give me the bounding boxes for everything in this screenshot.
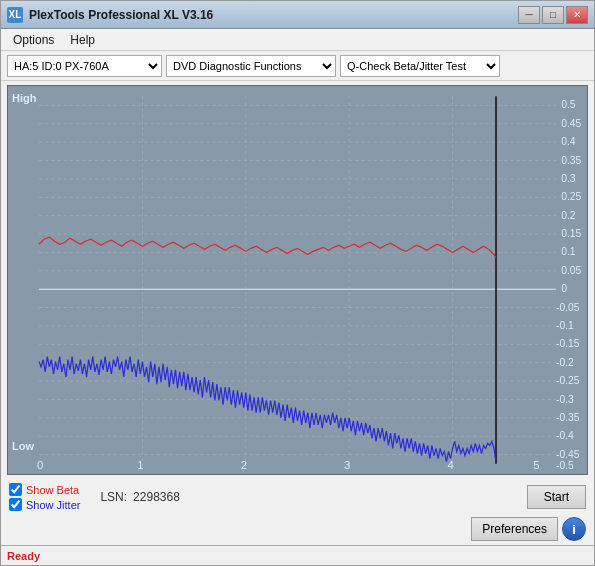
svg-text:0.3: 0.3 bbox=[561, 173, 576, 184]
svg-text:0.5: 0.5 bbox=[561, 100, 576, 111]
svg-text:-0.5: -0.5 bbox=[556, 460, 574, 471]
preferences-button[interactable]: Preferences bbox=[471, 517, 558, 541]
svg-text:-0.2: -0.2 bbox=[556, 357, 574, 368]
start-button[interactable]: Start bbox=[527, 485, 586, 509]
menu-options[interactable]: Options bbox=[5, 31, 62, 49]
svg-rect-0 bbox=[8, 86, 587, 474]
status-text: Ready bbox=[7, 550, 40, 562]
maximize-button[interactable]: □ bbox=[542, 6, 564, 24]
svg-text:1: 1 bbox=[137, 459, 143, 471]
svg-text:0: 0 bbox=[561, 283, 567, 294]
lsn-area: LSN: 2298368 bbox=[100, 490, 179, 504]
show-jitter-checkbox[interactable] bbox=[9, 498, 22, 511]
chart-area: High Low bbox=[7, 85, 588, 475]
svg-text:0.45: 0.45 bbox=[561, 118, 581, 129]
svg-text:-0.15: -0.15 bbox=[556, 338, 580, 349]
function-select[interactable]: DVD Diagnostic Functions bbox=[166, 55, 336, 77]
svg-text:0.15: 0.15 bbox=[561, 228, 581, 239]
svg-text:2: 2 bbox=[241, 459, 247, 471]
lsn-value: 2298368 bbox=[133, 490, 180, 504]
window-title: PlexTools Professional XL V3.16 bbox=[29, 8, 213, 22]
svg-text:-0.35: -0.35 bbox=[556, 412, 580, 423]
title-bar: XL PlexTools Professional XL V3.16 ─ □ ✕ bbox=[1, 1, 594, 29]
svg-text:-0.05: -0.05 bbox=[556, 302, 580, 313]
main-window: XL PlexTools Professional XL V3.16 ─ □ ✕… bbox=[0, 0, 595, 566]
toolbar: HA:5 ID:0 PX-760A DVD Diagnostic Functio… bbox=[1, 51, 594, 81]
lsn-label: LSN: bbox=[100, 490, 127, 504]
svg-text:0.35: 0.35 bbox=[561, 155, 581, 166]
svg-text:5: 5 bbox=[533, 459, 539, 471]
svg-text:0: 0 bbox=[37, 459, 43, 471]
menu-help[interactable]: Help bbox=[62, 31, 103, 49]
svg-text:-0.45: -0.45 bbox=[556, 449, 580, 460]
svg-text:0.25: 0.25 bbox=[561, 191, 581, 202]
chart-svg: 0.5 0.45 0.4 0.35 0.3 0.25 0.2 0.15 0.1 … bbox=[8, 86, 587, 474]
show-beta-checkbox[interactable] bbox=[9, 483, 22, 496]
app-icon: XL bbox=[7, 7, 23, 23]
svg-text:4: 4 bbox=[447, 459, 453, 471]
controls-row: Show Beta Show Jitter LSN: 2298368 Start bbox=[1, 479, 594, 515]
status-bar: Ready bbox=[1, 545, 594, 565]
bottom-buttons: Preferences i bbox=[1, 515, 594, 545]
svg-text:3: 3 bbox=[344, 459, 350, 471]
svg-text:-0.1: -0.1 bbox=[556, 320, 574, 331]
close-button[interactable]: ✕ bbox=[566, 6, 588, 24]
info-button[interactable]: i bbox=[562, 517, 586, 541]
drive-select[interactable]: HA:5 ID:0 PX-760A bbox=[7, 55, 162, 77]
svg-text:-0.4: -0.4 bbox=[556, 430, 574, 441]
svg-text:0.1: 0.1 bbox=[561, 247, 576, 258]
y-axis-low-label: Low bbox=[12, 440, 34, 452]
show-jitter-label: Show Jitter bbox=[26, 499, 80, 511]
test-select[interactable]: Q-Check Beta/Jitter Test bbox=[340, 55, 500, 77]
title-bar-left: XL PlexTools Professional XL V3.16 bbox=[7, 7, 213, 23]
y-axis-high-label: High bbox=[12, 92, 36, 104]
svg-text:-0.3: -0.3 bbox=[556, 394, 574, 405]
menu-bar: Options Help bbox=[1, 29, 594, 51]
svg-text:0.4: 0.4 bbox=[561, 136, 576, 147]
svg-text:0.05: 0.05 bbox=[561, 265, 581, 276]
show-beta-item: Show Beta bbox=[9, 483, 80, 496]
show-beta-label: Show Beta bbox=[26, 484, 79, 496]
svg-text:-0.25: -0.25 bbox=[556, 375, 580, 386]
checkbox-group: Show Beta Show Jitter bbox=[9, 483, 80, 511]
svg-text:0.2: 0.2 bbox=[561, 210, 576, 221]
show-jitter-item: Show Jitter bbox=[9, 498, 80, 511]
minimize-button[interactable]: ─ bbox=[518, 6, 540, 24]
window-controls: ─ □ ✕ bbox=[518, 6, 588, 24]
